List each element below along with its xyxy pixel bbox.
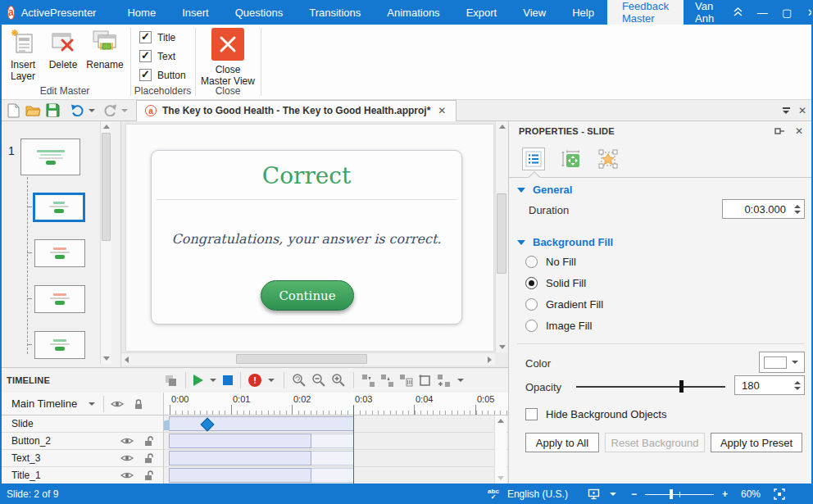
- record-dropdown-icon[interactable]: [268, 379, 275, 382]
- more-tools-dropdown-icon[interactable]: [457, 379, 464, 382]
- visibility-icon[interactable]: [120, 436, 134, 446]
- solid-fill-option[interactable]: Solid Fill: [525, 277, 586, 289]
- document-tab-close-icon[interactable]: ✕: [436, 105, 447, 116]
- collapse-ribbon-icon[interactable]: [725, 0, 750, 25]
- undo-button[interactable]: [67, 102, 87, 120]
- fit-to-window-icon[interactable]: [774, 488, 785, 500]
- menu-transitions[interactable]: Transitions: [296, 0, 374, 25]
- preview-display-icon[interactable]: [588, 488, 600, 500]
- zoom-out-icon[interactable]: [311, 373, 326, 388]
- layout-thumbnail-correct-selected[interactable]: [33, 193, 85, 222]
- zoom-in-icon[interactable]: [331, 373, 346, 388]
- tab-slide-properties[interactable]: [522, 148, 545, 170]
- lock-column-icon[interactable]: [134, 398, 143, 410]
- zoom-slider[interactable]: [645, 489, 714, 499]
- scroll-down-icon[interactable]: [103, 356, 110, 361]
- pin-icon[interactable]: [774, 126, 785, 136]
- scroll-down-icon[interactable]: [497, 476, 504, 480]
- scroll-up-icon[interactable]: [497, 419, 504, 423]
- stop-button[interactable]: [223, 375, 233, 385]
- tab-interactivity[interactable]: [597, 148, 620, 170]
- rename-layer-button[interactable]: Rename: [84, 28, 126, 70]
- slides-scrollbar-thumb[interactable]: [102, 133, 111, 241]
- zoom-slider-thumb[interactable]: [670, 489, 673, 499]
- slides-scrollbar[interactable]: [100, 121, 111, 364]
- no-fill-option[interactable]: No Fill: [525, 256, 576, 268]
- scroll-down-icon[interactable]: [499, 345, 506, 349]
- visibility-icon[interactable]: [120, 453, 134, 463]
- timeline-scrollbar[interactable]: [494, 415, 506, 484]
- scroll-right-icon[interactable]: [488, 356, 492, 363]
- master-slide-thumbnail[interactable]: [20, 138, 80, 175]
- scroll-up-icon[interactable]: [499, 125, 506, 129]
- spin-down-icon[interactable]: [794, 387, 801, 390]
- transition-diamond-marker[interactable]: [201, 418, 215, 432]
- menu-animations[interactable]: Animations: [374, 0, 452, 25]
- canvas-vscroll-thumb[interactable]: [497, 193, 506, 274]
- scroll-left-icon[interactable]: [125, 356, 129, 363]
- spin-up-icon[interactable]: [794, 381, 801, 384]
- insert-time-icon[interactable]: [361, 374, 375, 388]
- opacity-slider-thumb[interactable]: [679, 380, 684, 393]
- button-checkbox[interactable]: [139, 69, 152, 81]
- spin-down-icon[interactable]: [794, 211, 801, 214]
- menu-help[interactable]: Help: [559, 0, 607, 25]
- menu-view[interactable]: View: [510, 0, 559, 25]
- split-icon[interactable]: [437, 374, 451, 388]
- layout-thumbnail-incorrect-1[interactable]: [34, 239, 85, 267]
- scroll-up-icon[interactable]: [103, 125, 110, 129]
- menu-insert[interactable]: Insert: [169, 0, 222, 25]
- object-bar[interactable]: [169, 434, 311, 448]
- record-narration-icon[interactable]: !: [248, 374, 261, 387]
- duration-spinbox[interactable]: 0:03.000: [722, 199, 805, 219]
- user-account[interactable]: Van Anh: [684, 0, 725, 25]
- unlock-icon[interactable]: [143, 435, 155, 447]
- tab-bar-close-icon[interactable]: ✕: [798, 105, 806, 116]
- zoom-fit-icon[interactable]: [292, 373, 307, 388]
- background-fill-section-header[interactable]: Background Fill: [517, 236, 613, 248]
- general-section-header[interactable]: General: [517, 184, 572, 196]
- redo-button[interactable]: [100, 102, 120, 120]
- image-fill-radio[interactable]: [525, 320, 538, 332]
- open-project-button[interactable]: [23, 102, 43, 120]
- no-fill-radio[interactable]: [525, 256, 538, 268]
- spellcheck-icon[interactable]: abc✓: [488, 488, 499, 500]
- spin-up-icon[interactable]: [794, 205, 801, 208]
- tab-size-properties[interactable]: [560, 148, 583, 170]
- gradient-fill-option[interactable]: Gradient Fill: [525, 298, 603, 311]
- unlock-icon[interactable]: [143, 470, 155, 481]
- canvas-vertical-scrollbar[interactable]: [495, 121, 508, 352]
- apply-to-preset-button[interactable]: Apply to Preset: [711, 433, 802, 452]
- text-checkbox[interactable]: [139, 50, 152, 62]
- maximize-button[interactable]: ▢: [774, 0, 799, 25]
- opacity-slider[interactable]: [576, 386, 725, 388]
- track-selector-dropdown-icon[interactable]: [89, 402, 95, 406]
- title-checkbox[interactable]: [139, 31, 152, 43]
- slide-editing-surface[interactable]: Correct Congratulations, your answer is …: [125, 124, 494, 352]
- visibility-column-icon[interactable]: [111, 399, 124, 409]
- delete-time-icon[interactable]: [380, 374, 394, 388]
- object-bar[interactable]: [169, 468, 311, 483]
- canvas-hscroll-thumb[interactable]: [236, 354, 367, 364]
- tab-list-icon[interactable]: [783, 107, 790, 114]
- placeholder-button-checkbox-row[interactable]: Button: [139, 69, 186, 81]
- zoom-out-minus[interactable]: −: [631, 488, 637, 500]
- language-selector[interactable]: English (U.S.): [507, 488, 568, 500]
- visibility-icon[interactable]: [120, 470, 134, 480]
- playhead-marker[interactable]: [353, 406, 354, 484]
- layout-thumbnail-incorrect-2[interactable]: [34, 285, 85, 313]
- hide-background-objects-checkbox[interactable]: [525, 408, 538, 420]
- new-document-button[interactable]: [3, 102, 23, 120]
- display-dropdown-icon[interactable]: [610, 493, 616, 496]
- opacity-spinbox[interactable]: 180: [734, 375, 805, 395]
- canvas-horizontal-scrollbar[interactable]: [121, 352, 495, 366]
- solid-fill-radio[interactable]: [525, 277, 538, 289]
- minimize-button[interactable]: —: [750, 0, 774, 25]
- unlock-icon[interactable]: [143, 452, 155, 464]
- delete-layer-button[interactable]: Delete: [44, 28, 82, 70]
- all-timelines-icon[interactable]: [164, 374, 178, 388]
- menu-feedback-master-active[interactable]: Feedback Master: [607, 0, 684, 25]
- insert-layer-button[interactable]: Insert Layer: [3, 28, 43, 82]
- menu-export[interactable]: Export: [453, 0, 511, 25]
- play-dropdown-icon[interactable]: [210, 379, 216, 382]
